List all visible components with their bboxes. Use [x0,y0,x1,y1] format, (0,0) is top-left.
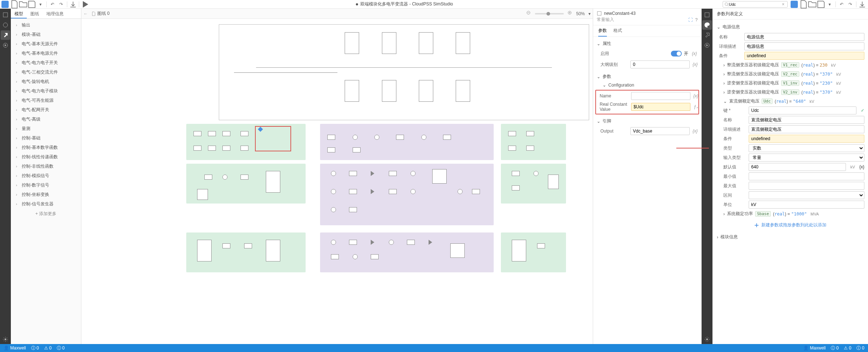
search-box[interactable]: × [723,1,788,8]
rail-library-icon[interactable] [1,10,10,20]
param-expr-row[interactable]: ›逆变侧变压器初级额定电压 V1_inv (real) = "230" kV [716,79,864,88]
diagram-block[interactable] [501,164,566,204]
tree-item[interactable]: ›电气-高级 [11,114,81,124]
diagram-canvas[interactable] [81,19,593,344]
key-input[interactable] [749,106,856,114]
diagram-block[interactable] [320,124,494,160]
status-user[interactable]: 👤 Maxwell [4,345,26,351]
tree-item[interactable]: ›电气-配网开关 [11,105,81,114]
diagram-block[interactable] [501,124,566,160]
tree-item[interactable]: ›电气-可再生能源 [11,96,81,105]
group-pins[interactable]: ⌄引脚 [597,117,698,126]
redo-icon[interactable]: ↷ [57,0,65,9]
status-info[interactable]: ⓘ 0 [57,345,65,351]
tree-item[interactable]: ›电气-电力电子开关 [11,58,81,67]
rail-palette-icon[interactable] [702,20,712,30]
ptype-select[interactable]: 实数 [749,144,864,152]
tree-item[interactable]: ›控制-线性传递函数 [11,152,81,162]
rail-settings-icon[interactable] [1,335,10,344]
tab-geo[interactable]: 地理信息 [43,9,67,18]
group-config[interactable]: ⌄Configuration [597,81,698,89]
undo-icon[interactable]: ↶ [837,0,846,9]
group-attributes[interactable]: ⌄属性 [597,39,698,48]
expr-icon[interactable]: {x} [693,93,698,99]
tree-item[interactable]: ›输出 [11,20,81,30]
panel-help-icon[interactable]: ? [695,17,698,22]
panel-expand-icon[interactable]: ⛶ [688,17,693,22]
tree-item[interactable]: ›电气-基本无源元件 [11,39,81,49]
param-expr-row[interactable]: › 系统额定功率 Sbase (real) = "1000" MVA [716,209,864,218]
canvas-tab[interactable]: 图纸 0 [92,11,110,17]
zoom-in-icon[interactable] [567,11,573,17]
expr-icon[interactable]: {x} [693,62,698,67]
search-clear-icon[interactable]: × [780,2,786,7]
rail-tools-icon[interactable] [1,30,10,40]
component-tree[interactable]: ›输出›模块-基础›电气-基本无源元件›电气-基本电源元件›电气-电力电子开关›… [11,19,81,344]
diagram-block[interactable] [186,164,306,204]
status-errors-r[interactable]: ⓘ 0 [831,345,839,351]
export-icon[interactable] [69,0,77,9]
tab-sheets[interactable]: 图纸 [27,9,43,18]
tree-item[interactable]: ›控制-模拟信号 [11,171,81,180]
save-icon[interactable] [27,0,36,9]
status-user-r[interactable]: 👤 Maxwell [803,345,826,351]
enable-toggle[interactable] [671,51,682,56]
output-input[interactable] [630,127,690,135]
tree-item[interactable]: ›控制-数字信号 [11,180,81,190]
param-expr-row[interactable]: ›逆变侧变压器次级额定电压 V2_inv (real) = "370" kV [716,88,864,97]
unit-input[interactable] [749,201,864,209]
redo-icon[interactable]: ↷ [846,0,855,9]
rail-palette-icon[interactable] [1,20,10,30]
zoom-out-icon[interactable] [526,11,531,17]
rail-tools-icon[interactable] [702,30,712,40]
expr-icon[interactable]: {x} [691,51,698,56]
open-folder-icon[interactable] [808,0,817,9]
diagram-block[interactable] [186,232,306,272]
pdesc-input[interactable] [749,125,864,133]
group-desc-input[interactable] [744,42,864,50]
new-file-icon[interactable] [799,0,808,9]
expr-icon[interactable]: {x} [859,164,864,169]
param-group-module[interactable]: ›模块信息 [716,232,864,242]
fx-icon[interactable]: ƒₓ [693,104,698,109]
tab-model[interactable]: 模型 [11,9,27,18]
save-icon[interactable] [817,0,825,9]
real-constant-value-input[interactable] [631,103,690,111]
tree-item[interactable]: ›控制-坐标变换 [11,190,81,199]
status-warnings-r[interactable]: ⚠ 0 [844,345,851,351]
undo-icon[interactable]: ↶ [48,0,57,9]
name-input[interactable] [631,92,690,100]
rail-settings-icon[interactable] [702,335,712,344]
zoom-dropdown-icon[interactable]: ▾ [588,11,591,16]
rail-run-icon[interactable] [1,41,10,50]
param-expr-row[interactable]: ›整流侧变压器次级额定电压 V2_rec (real) = "370" kV [716,70,864,79]
range-select[interactable] [749,191,864,199]
group-name-input[interactable] [744,33,864,41]
pname-input[interactable] [749,116,864,124]
param-expr-row[interactable]: ›整流侧变压器初级额定电压 V1_rec (real) = 230 kV [716,60,864,70]
tree-item[interactable]: ›控制-非线性函数 [11,162,81,171]
expr-icon[interactable]: {x} [693,129,698,134]
status-errors[interactable]: ⓘ 0 [31,345,39,351]
tree-item[interactable]: ›电气-三相交流元件 [11,67,81,77]
zoom-value[interactable]: 50% [576,11,585,16]
tree-item[interactable]: ›控制-信号发生器 [11,199,81,209]
rail-library-icon[interactable] [702,10,712,20]
new-file-icon[interactable] [10,0,19,9]
param-expr-active[interactable]: ⌄ 直流侧额定电压 Udc (real) = "640" kV [716,97,864,106]
max-input[interactable] [749,182,864,190]
run-icon[interactable] [81,0,89,9]
diagram-block[interactable] [501,232,566,272]
tab-prev-icon[interactable]: ← [84,11,88,16]
rail-run-icon[interactable] [702,41,712,50]
tree-item[interactable]: ›控制-基础 [11,133,81,143]
save-dropdown-icon[interactable]: ▾ [825,0,834,9]
level-input[interactable] [630,60,690,68]
tree-item[interactable]: ›模块-基础 [11,30,81,39]
tree-add-more[interactable]: + 添加更多 [11,209,81,219]
tree-item[interactable]: ›量测 [11,124,81,133]
tree-item[interactable]: ›控制-基本数学函数 [11,143,81,152]
status-warnings[interactable]: ⚠ 0 [44,345,52,351]
status-info-r[interactable]: ⓘ 0 [856,345,864,351]
min-input[interactable] [749,172,864,180]
